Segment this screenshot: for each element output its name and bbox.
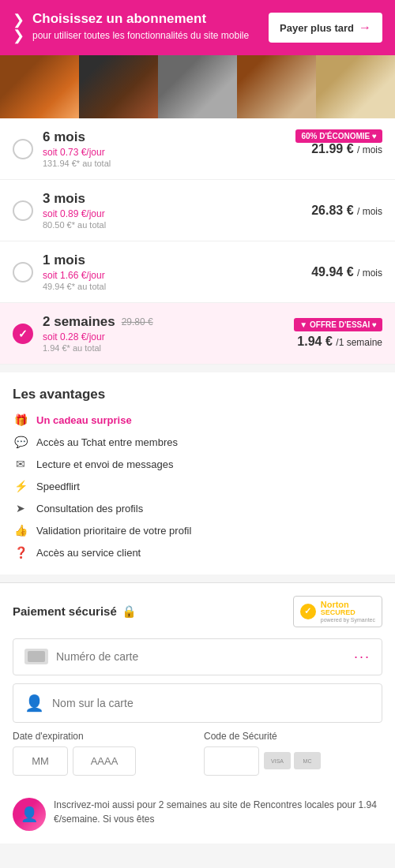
card-type-icon-2: MC	[294, 752, 321, 769]
month-input[interactable]	[13, 746, 68, 776]
banner-text: Choisissez un abonnement pour utiliser t…	[32, 11, 249, 41]
adv-item-question: ❓ Accès au service client	[13, 544, 382, 560]
plan-perday-6mois: soit 0.73 €/jour	[43, 147, 311, 158]
plan-info-2semaines: 2 semaines 29.80 € soit 0.28 €/jour 1.94…	[43, 314, 294, 353]
plan-row-2semaines[interactable]: 2 semaines 29.80 € soit 0.28 €/jour 1.94…	[0, 303, 395, 365]
adv-item-chat: 💬 Accès au Tchat entre membres	[13, 434, 382, 450]
plan-old-price-2semaines: 29.80 €	[122, 316, 153, 327]
badge-economie: 60% D'ÉCONOMIE ♥	[295, 129, 382, 143]
payment-header: Paiement sécurisé 🔒 ✓ Norton SECURED pow…	[13, 596, 382, 627]
plan-total-3mois: 80.50 €* au total	[43, 220, 311, 230]
adv-text-bolt: Speedflirt	[36, 481, 80, 492]
card-type-icon-1: VISA	[264, 752, 291, 769]
payer-plus-tard-button[interactable]: Payer plus tard →	[269, 13, 382, 43]
question-icon: ❓	[13, 544, 28, 560]
card-number-input[interactable]	[56, 650, 346, 663]
adv-item-gift: 🎁 Un cadeau surprise	[13, 412, 382, 428]
arrow-icon: →	[359, 21, 371, 35]
cardholder-name-input[interactable]	[52, 697, 371, 709]
cvv-row: VISA MC	[204, 746, 382, 776]
adv-text-chat: Accès au Tchat entre membres	[36, 436, 178, 448]
profile-photo-4	[237, 55, 316, 118]
profile-photo-3	[158, 55, 237, 118]
date-cvv-row: Date d'expiration Code de Sécurité VISA …	[13, 731, 382, 776]
plan-radio-2semaines[interactable]	[13, 324, 33, 344]
norton-check-icon: ✓	[300, 604, 316, 619]
plan-perday-3mois: soit 0.89 €/jour	[43, 208, 311, 219]
banner-title: Choisissez un abonnement	[32, 11, 249, 27]
cvv-label: Code de Sécurité	[204, 731, 382, 742]
gift-icon: 🎁	[13, 412, 28, 428]
profile-photo-2	[79, 55, 158, 118]
payment-title-text: Paiement sécurisé	[13, 604, 117, 618]
plan-title-3mois: 3 mois	[43, 191, 311, 207]
advantages-list: 🎁 Un cadeau surprise 💬 Accès au Tchat en…	[13, 412, 382, 560]
chevron-left-icon: ❯ ❯	[13, 13, 24, 44]
adv-item-mail: ✉ Lecture et envoi de messages	[13, 456, 382, 472]
cvv-input[interactable]	[204, 746, 259, 776]
plan-row-6mois[interactable]: 6 mois soit 0.73 €/jour 131.94 €* au tot…	[0, 118, 395, 180]
photo-strip	[0, 55, 395, 118]
plan-perday-1mois: soit 1.66 €/jour	[43, 270, 311, 281]
plan-right-2semaines: ▼ OFFRE D'ESSAI ♥ 1.94 € /1 semaine	[294, 318, 382, 349]
norton-symantec: powered by Symantec	[321, 617, 375, 623]
plan-title-row-2semaines: 2 semaines 29.80 €	[43, 314, 294, 330]
banner-subtitle: pour utiliser toutes les fonctionnalités…	[32, 30, 249, 41]
inscription-footer: 👤 Inscrivez-moi aussi pour 2 semaines au…	[0, 788, 395, 844]
banner-left: ❯ ❯ Choisissez un abonnement pour utilis…	[13, 11, 269, 44]
plan-total-6mois: 131.94 €* au total	[43, 159, 311, 168]
mail-icon: ✉	[13, 456, 28, 472]
plan-radio-6mois[interactable]	[13, 139, 33, 159]
adv-item-thumbsup: 👍 Validation prioritaire de votre profil	[13, 522, 382, 538]
chat-icon: 💬	[13, 434, 28, 450]
adv-text-thumbsup: Validation prioritaire de votre profil	[36, 525, 191, 537]
plan-radio-1mois[interactable]	[13, 262, 33, 282]
plan-title-1mois: 1 mois	[43, 253, 311, 268]
profile-photo-5	[316, 55, 395, 118]
plan-price-1mois: 49.94 € / mois	[311, 265, 382, 279]
plan-radio-3mois[interactable]	[13, 200, 33, 221]
payment-title: Paiement sécurisé 🔒	[13, 604, 137, 619]
plan-title-2semaines: 2 semaines	[43, 314, 115, 330]
plan-row-3mois[interactable]: 3 mois soit 0.89 €/jour 80.50 €* au tota…	[0, 180, 395, 241]
paper-plane-icon: ➤	[13, 500, 28, 516]
banner: ❯ ❯ Choisissez un abonnement pour utilis…	[0, 0, 395, 55]
plan-info-6mois: 6 mois soit 0.73 €/jour 131.94 €* au tot…	[43, 129, 311, 168]
bolt-icon: ⚡	[13, 478, 28, 494]
plans-section: 6 mois soit 0.73 €/jour 131.94 €* au tot…	[0, 118, 395, 365]
norton-secured: SECURED	[321, 609, 375, 617]
plan-total-1mois: 49.94 €* au total	[43, 282, 311, 291]
adv-text-gift: Un cadeau surprise	[36, 414, 132, 426]
adv-text-paperplane: Consultation des profils	[36, 503, 143, 514]
adv-text-question: Accès au service client	[36, 547, 141, 559]
person-icon: 👤	[24, 694, 44, 713]
badge-offre-essai: ▼ OFFRE D'ESSAI ♥	[294, 318, 382, 331]
inscription-avatar: 👤	[13, 798, 46, 831]
date-label: Date d'expiration	[13, 731, 191, 742]
adv-item-paperplane: ➤ Consultation des profils	[13, 500, 382, 516]
cvv-group: Code de Sécurité VISA MC	[204, 731, 382, 776]
date-group: Date d'expiration	[13, 731, 191, 776]
advantages-title: Les avantages	[13, 387, 382, 402]
adv-item-bolt: ⚡ Speedflirt	[13, 478, 382, 494]
year-input[interactable]	[73, 746, 136, 776]
plan-info-3mois: 3 mois soit 0.89 €/jour 80.50 €* au tota…	[43, 191, 311, 230]
plan-price-2semaines: 1.94 € /1 semaine	[297, 335, 382, 349]
cvv-card-icons: VISA MC	[264, 752, 321, 769]
plan-title-6mois: 6 mois	[43, 129, 311, 145]
payment-section: Paiement sécurisé 🔒 ✓ Norton SECURED pow…	[0, 582, 395, 788]
plan-info-1mois: 1 mois soit 1.66 €/jour 49.94 €* au tota…	[43, 253, 311, 291]
card-number-field[interactable]: ···	[13, 638, 382, 675]
payer-label: Payer plus tard	[280, 22, 354, 34]
norton-badge: ✓ Norton SECURED powered by Symantec	[293, 596, 382, 627]
date-inputs	[13, 746, 191, 776]
plan-price-6mois: 21.99 € / mois	[311, 142, 382, 156]
plan-price-3mois: 26.83 € / mois	[311, 204, 382, 218]
norton-text: Norton SECURED powered by Symantec	[321, 600, 375, 623]
cardholder-name-field[interactable]: 👤	[13, 683, 382, 723]
inscription-text: Inscrivez-moi aussi pour 2 semaines au s…	[54, 798, 382, 826]
adv-text-mail: Lecture et envoi de messages	[36, 458, 173, 470]
card-icon	[24, 649, 48, 664]
more-options-icon[interactable]: ···	[354, 649, 371, 665]
plan-row-1mois[interactable]: 1 mois soit 1.66 €/jour 49.94 €* au tota…	[0, 241, 395, 303]
